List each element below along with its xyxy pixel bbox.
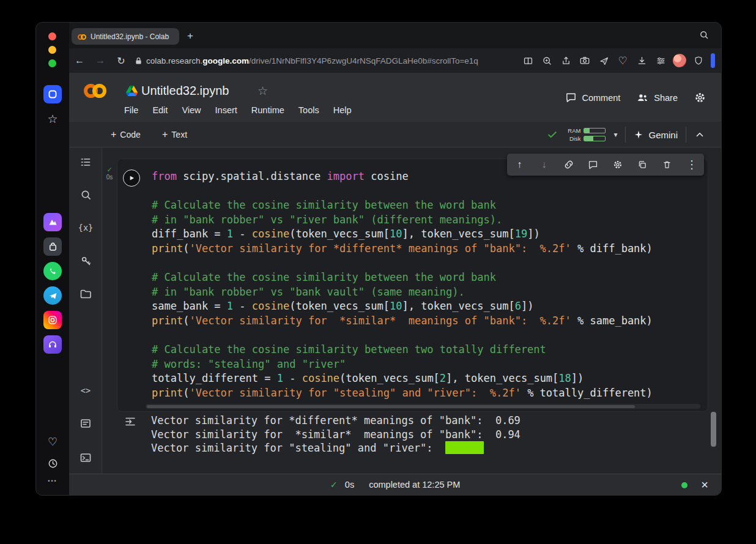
dock-app-telegram-icon[interactable]: [43, 286, 62, 305]
url-field[interactable]: colab.research.google.com/drive/1NrNbFlf…: [135, 56, 478, 65]
dock-app-purple-icon[interactable]: [43, 213, 62, 231]
dock-app-whatsapp-icon[interactable]: [43, 262, 62, 280]
zoom-icon[interactable]: [540, 54, 554, 67]
forward-icon[interactable]: →: [90, 55, 111, 66]
code-line[interactable]: # words: "stealing" and "river": [152, 357, 699, 372]
resources-caret-icon[interactable]: ▾: [613, 130, 617, 139]
table-of-contents-icon[interactable]: [69, 156, 102, 168]
move-cell-up-icon[interactable]: ↑: [513, 158, 526, 171]
terminal-icon[interactable]: [69, 452, 102, 464]
menu-view[interactable]: View: [182, 105, 201, 115]
send-icon[interactable]: [597, 54, 610, 67]
add-comment-icon[interactable]: [587, 158, 600, 171]
code-line[interactable]: # Calculate the cosine similarity betwee…: [152, 270, 699, 285]
code-line[interactable]: # in "bank robber" vs "river bank" (diff…: [152, 213, 699, 228]
close-status-bar-button[interactable]: ×: [697, 477, 713, 493]
dock-more-icon[interactable]: •••: [36, 478, 69, 484]
horizontal-scrollbar-thumb[interactable]: [147, 405, 635, 408]
code-line[interactable]: # Calculate the cosine similarity betwee…: [152, 343, 699, 357]
connection-status-dot: [681, 482, 687, 488]
mirror-cell-icon[interactable]: [636, 158, 649, 171]
add-code-button[interactable]: +Code: [111, 122, 141, 147]
screenshot-icon[interactable]: [578, 54, 591, 67]
code-cell[interactable]: from scipy.spatial.distance import cosin…: [117, 158, 708, 412]
sparkle-icon: [634, 130, 643, 140]
dock-home-icon[interactable]: [43, 85, 62, 103]
favorite-icon[interactable]: ♡: [616, 54, 629, 67]
run-cell-button[interactable]: [123, 170, 140, 187]
code-line[interactable]: [152, 184, 699, 199]
code-line[interactable]: print('Vector similarity for *similar* m…: [152, 314, 699, 329]
notebook-title[interactable]: Untitled32.ipynb: [141, 84, 229, 98]
resources-indicator[interactable]: RAM Disk: [566, 127, 606, 142]
reload-icon[interactable]: ↻: [111, 55, 132, 67]
new-tab-button[interactable]: +: [183, 29, 198, 43]
gemini-button[interactable]: Gemini: [634, 130, 678, 140]
delete-cell-icon[interactable]: [661, 158, 674, 171]
code-snippets-icon[interactable]: <>: [69, 386, 102, 395]
execution-status-bar: ✓ 0s completed at 12:25 PM ×: [69, 474, 721, 495]
colab-logo[interactable]: [84, 84, 106, 100]
menu-edit[interactable]: Edit: [152, 105, 168, 115]
dock-clock-icon[interactable]: [43, 454, 62, 472]
command-palette-icon[interactable]: [69, 417, 102, 430]
more-cell-actions-icon[interactable]: ⋮: [685, 158, 699, 171]
menu-runtime[interactable]: Runtime: [251, 105, 284, 115]
files-folder-icon[interactable]: [69, 288, 102, 300]
search-icon[interactable]: [69, 189, 102, 201]
tab-search-icon[interactable]: [699, 30, 709, 40]
download-icon[interactable]: [635, 54, 648, 67]
back-icon[interactable]: ←: [69, 55, 90, 66]
notebook-scroll-area[interactable]: ✓ 0s from scipy.spatial.distance import …: [102, 147, 721, 474]
code-line[interactable]: totally_different = 1 - cosine(token_vec…: [152, 371, 699, 386]
vertical-scrollbar[interactable]: [711, 412, 716, 447]
code-line[interactable]: [152, 256, 699, 271]
split-view-icon[interactable]: [521, 54, 535, 67]
profile-avatar[interactable]: [673, 54, 686, 67]
dock-star-icon[interactable]: ☆: [36, 112, 69, 126]
minimize-window-button[interactable]: [48, 46, 56, 54]
sidebar-accent-bar[interactable]: [711, 53, 715, 68]
share-button[interactable]: Share: [636, 92, 678, 103]
code-editor[interactable]: from scipy.spatial.distance import cosin…: [152, 170, 699, 401]
dock-heart-icon[interactable]: ♡: [36, 435, 69, 449]
tune-icon[interactable]: [654, 54, 667, 67]
share-icon[interactable]: [559, 54, 573, 67]
code-line[interactable]: same_bank = 1 - cosine(token_vecs_sum[10…: [152, 299, 699, 314]
star-notebook-icon[interactable]: ☆: [258, 84, 268, 98]
shield-icon[interactable]: [692, 54, 705, 67]
dock-app-bag-icon[interactable]: [43, 237, 62, 256]
output-lines: Vector similarity for *different* meanin…: [151, 414, 699, 455]
close-window-button[interactable]: [48, 32, 56, 40]
disk-label: Disk: [566, 135, 580, 142]
dock-app-instagram-icon[interactable]: [43, 311, 62, 329]
sidebar-dock: ☆ ♡ •••: [36, 23, 69, 495]
code-line[interactable]: print('Vector similarity for "stealing" …: [152, 386, 699, 401]
code-line[interactable]: diff_bank = 1 - cosine(token_vecs_sum[10…: [152, 227, 699, 242]
move-cell-down-icon[interactable]: ↓: [537, 158, 550, 171]
code-line[interactable]: # in "bank robber" vs "bank vault" (same…: [152, 285, 699, 300]
menu-tools[interactable]: Tools: [298, 105, 319, 115]
code-line[interactable]: # Calculate the cosine similarity betwee…: [152, 198, 699, 213]
menu-file[interactable]: File: [124, 105, 138, 115]
output-line: Vector similarity for *similar* meanings…: [151, 428, 699, 442]
browser-tab[interactable]: Untitled32.ipynb - Colab: [72, 28, 179, 45]
output-icon[interactable]: [124, 415, 136, 428]
horizontal-scrollbar[interactable]: [146, 404, 700, 409]
collapse-toolbar-icon[interactable]: [694, 129, 705, 140]
zoom-window-button[interactable]: [48, 59, 56, 67]
menu-help[interactable]: Help: [333, 105, 352, 115]
dock-app-headphones-icon[interactable]: [43, 335, 62, 354]
link-to-cell-icon[interactable]: [562, 158, 576, 171]
code-line[interactable]: print('Vector similarity for *different*…: [152, 242, 699, 256]
status-exec-time: 0s: [345, 480, 354, 490]
comment-button[interactable]: Comment: [565, 92, 620, 103]
editor-settings-icon[interactable]: [611, 158, 624, 171]
menu-bar: FileEditViewInsertRuntimeToolsHelp: [124, 105, 352, 115]
menu-insert[interactable]: Insert: [215, 105, 237, 115]
secrets-key-icon[interactable]: [69, 255, 102, 267]
variables-icon[interactable]: {x}: [69, 223, 102, 233]
code-line[interactable]: [152, 329, 699, 343]
settings-gear-icon[interactable]: [694, 91, 706, 104]
add-text-button[interactable]: +Text: [162, 122, 187, 147]
